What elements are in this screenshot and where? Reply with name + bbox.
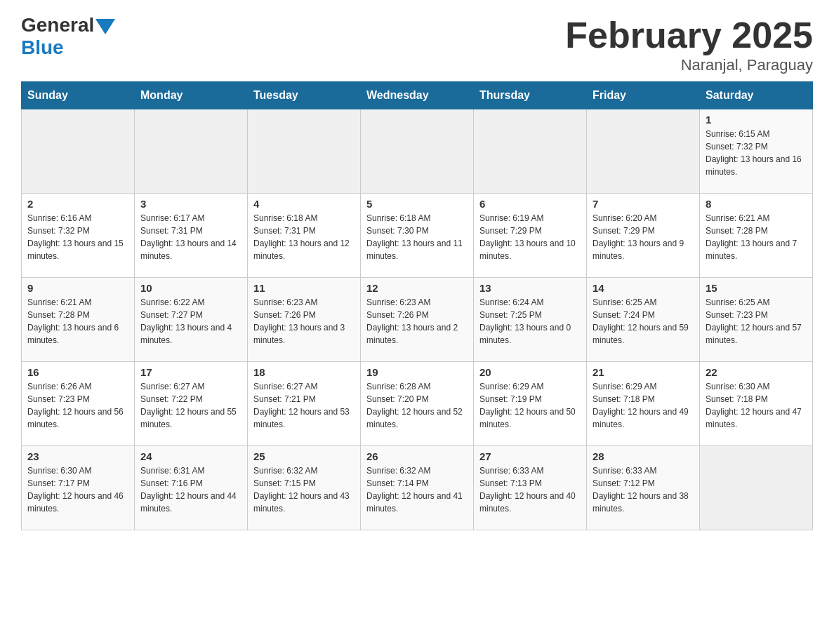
logo-general-text: General: [21, 14, 94, 36]
calendar-cell: 18Sunrise: 6:27 AMSunset: 7:21 PMDayligh…: [248, 362, 361, 446]
day-info: Sunrise: 6:28 AMSunset: 7:20 PMDaylight:…: [366, 380, 468, 431]
day-number: 28: [593, 450, 694, 462]
calendar-cell: [361, 109, 474, 194]
calendar-cell: 15Sunrise: 6:25 AMSunset: 7:23 PMDayligh…: [700, 278, 813, 362]
calendar-cell: 9Sunrise: 6:21 AMSunset: 7:28 PMDaylight…: [22, 278, 135, 362]
day-number: 1: [706, 114, 807, 126]
calendar-cell: 11Sunrise: 6:23 AMSunset: 7:26 PMDayligh…: [248, 278, 361, 362]
day-number: 4: [253, 198, 355, 210]
logo-blue-text: Blue: [21, 36, 64, 59]
week-row: 23Sunrise: 6:30 AMSunset: 7:17 PMDayligh…: [22, 446, 813, 530]
calendar-cell: 6Sunrise: 6:19 AMSunset: 7:29 PMDaylight…: [474, 194, 587, 278]
day-number: 16: [27, 366, 128, 378]
day-info: Sunrise: 6:15 AMSunset: 7:32 PMDaylight:…: [706, 128, 807, 178]
calendar-cell: [135, 109, 248, 194]
header-day-monday: Monday: [135, 82, 248, 109]
day-info: Sunrise: 6:23 AMSunset: 7:26 PMDaylight:…: [366, 296, 468, 347]
day-info: Sunrise: 6:30 AMSunset: 7:18 PMDaylight:…: [706, 380, 807, 431]
calendar-cell: 17Sunrise: 6:27 AMSunset: 7:22 PMDayligh…: [135, 362, 248, 446]
day-number: 8: [706, 198, 807, 210]
calendar-cell: 19Sunrise: 6:28 AMSunset: 7:20 PMDayligh…: [361, 362, 474, 446]
day-info: Sunrise: 6:32 AMSunset: 7:14 PMDaylight:…: [366, 464, 468, 515]
calendar-cell: 28Sunrise: 6:33 AMSunset: 7:12 PMDayligh…: [587, 446, 700, 530]
calendar-header: SundayMondayTuesdayWednesdayThursdayFrid…: [22, 82, 813, 109]
calendar-subtitle: Naranjal, Paraguay: [565, 56, 813, 74]
day-number: 7: [593, 198, 694, 210]
calendar-cell: 3Sunrise: 6:17 AMSunset: 7:31 PMDaylight…: [135, 194, 248, 278]
day-info: Sunrise: 6:20 AMSunset: 7:29 PMDaylight:…: [593, 212, 694, 262]
day-number: 22: [706, 366, 807, 378]
day-number: 17: [140, 366, 241, 378]
calendar-cell: 22Sunrise: 6:30 AMSunset: 7:18 PMDayligh…: [700, 362, 813, 446]
calendar-cell: 24Sunrise: 6:31 AMSunset: 7:16 PMDayligh…: [135, 446, 248, 530]
calendar-cell: 2Sunrise: 6:16 AMSunset: 7:32 PMDaylight…: [22, 194, 135, 278]
calendar-cell: 1Sunrise: 6:15 AMSunset: 7:32 PMDaylight…: [700, 109, 813, 194]
calendar-cell: 13Sunrise: 6:24 AMSunset: 7:25 PMDayligh…: [474, 278, 587, 362]
header-day-wednesday: Wednesday: [361, 82, 474, 109]
day-info: Sunrise: 6:21 AMSunset: 7:28 PMDaylight:…: [706, 212, 807, 262]
calendar-body: 1Sunrise: 6:15 AMSunset: 7:32 PMDaylight…: [22, 109, 813, 530]
day-info: Sunrise: 6:33 AMSunset: 7:12 PMDaylight:…: [593, 464, 694, 515]
day-number: 3: [140, 198, 241, 210]
calendar-cell: 25Sunrise: 6:32 AMSunset: 7:15 PMDayligh…: [248, 446, 361, 530]
day-number: 10: [140, 282, 241, 294]
day-info: Sunrise: 6:27 AMSunset: 7:21 PMDaylight:…: [253, 380, 355, 431]
day-number: 14: [593, 282, 694, 294]
day-info: Sunrise: 6:23 AMSunset: 7:26 PMDaylight:…: [253, 296, 355, 347]
day-info: Sunrise: 6:26 AMSunset: 7:23 PMDaylight:…: [27, 380, 128, 431]
calendar-cell: 5Sunrise: 6:18 AMSunset: 7:30 PMDaylight…: [361, 194, 474, 278]
calendar-cell: 7Sunrise: 6:20 AMSunset: 7:29 PMDaylight…: [587, 194, 700, 278]
day-info: Sunrise: 6:18 AMSunset: 7:31 PMDaylight:…: [253, 212, 355, 262]
calendar-table: SundayMondayTuesdayWednesdayThursdayFrid…: [21, 81, 813, 530]
calendar-cell: 10Sunrise: 6:22 AMSunset: 7:27 PMDayligh…: [135, 278, 248, 362]
day-info: Sunrise: 6:16 AMSunset: 7:32 PMDaylight:…: [27, 212, 128, 262]
day-info: Sunrise: 6:32 AMSunset: 7:15 PMDaylight:…: [253, 464, 355, 515]
week-row: 9Sunrise: 6:21 AMSunset: 7:28 PMDaylight…: [22, 278, 813, 362]
day-number: 20: [479, 366, 581, 378]
day-info: Sunrise: 6:24 AMSunset: 7:25 PMDaylight:…: [479, 296, 581, 347]
header-day-thursday: Thursday: [474, 82, 587, 109]
logo: General Blue: [21, 14, 115, 59]
day-number: 26: [366, 450, 468, 462]
week-row: 2Sunrise: 6:16 AMSunset: 7:32 PMDaylight…: [22, 194, 813, 278]
day-info: Sunrise: 6:21 AMSunset: 7:28 PMDaylight:…: [27, 296, 128, 347]
day-number: 5: [366, 198, 468, 210]
day-number: 12: [366, 282, 468, 294]
day-info: Sunrise: 6:33 AMSunset: 7:13 PMDaylight:…: [479, 464, 581, 515]
day-info: Sunrise: 6:22 AMSunset: 7:27 PMDaylight:…: [140, 296, 241, 347]
day-number: 25: [253, 450, 355, 462]
calendar-cell: 26Sunrise: 6:32 AMSunset: 7:14 PMDayligh…: [361, 446, 474, 530]
week-row: 16Sunrise: 6:26 AMSunset: 7:23 PMDayligh…: [22, 362, 813, 446]
day-info: Sunrise: 6:18 AMSunset: 7:30 PMDaylight:…: [366, 212, 468, 262]
calendar-cell: [22, 109, 135, 194]
title-area: February 2025 Naranjal, Paraguay: [565, 14, 813, 74]
day-info: Sunrise: 6:17 AMSunset: 7:31 PMDaylight:…: [140, 212, 241, 262]
day-number: 18: [253, 366, 355, 378]
day-number: 2: [27, 198, 128, 210]
week-row: 1Sunrise: 6:15 AMSunset: 7:32 PMDaylight…: [22, 109, 813, 194]
day-info: Sunrise: 6:19 AMSunset: 7:29 PMDaylight:…: [479, 212, 581, 262]
day-info: Sunrise: 6:31 AMSunset: 7:16 PMDaylight:…: [140, 464, 241, 515]
day-number: 21: [593, 366, 694, 378]
day-number: 27: [479, 450, 581, 462]
day-info: Sunrise: 6:25 AMSunset: 7:24 PMDaylight:…: [593, 296, 694, 347]
calendar-cell: 27Sunrise: 6:33 AMSunset: 7:13 PMDayligh…: [474, 446, 587, 530]
header-row: SundayMondayTuesdayWednesdayThursdayFrid…: [22, 82, 813, 109]
day-number: 11: [253, 282, 355, 294]
header-day-sunday: Sunday: [22, 82, 135, 109]
calendar-cell: 16Sunrise: 6:26 AMSunset: 7:23 PMDayligh…: [22, 362, 135, 446]
day-number: 23: [27, 450, 128, 462]
calendar-title: February 2025: [565, 14, 813, 56]
day-info: Sunrise: 6:25 AMSunset: 7:23 PMDaylight:…: [706, 296, 807, 347]
calendar-cell: [474, 109, 587, 194]
day-info: Sunrise: 6:29 AMSunset: 7:18 PMDaylight:…: [593, 380, 694, 431]
header-day-saturday: Saturday: [700, 82, 813, 109]
calendar-cell: [700, 446, 813, 530]
calendar-cell: 23Sunrise: 6:30 AMSunset: 7:17 PMDayligh…: [22, 446, 135, 530]
day-info: Sunrise: 6:27 AMSunset: 7:22 PMDaylight:…: [140, 380, 241, 431]
day-number: 24: [140, 450, 241, 462]
day-number: 13: [479, 282, 581, 294]
header: General Blue February 2025 Naranjal, Par…: [21, 14, 813, 74]
calendar-cell: 20Sunrise: 6:29 AMSunset: 7:19 PMDayligh…: [474, 362, 587, 446]
calendar-cell: 21Sunrise: 6:29 AMSunset: 7:18 PMDayligh…: [587, 362, 700, 446]
